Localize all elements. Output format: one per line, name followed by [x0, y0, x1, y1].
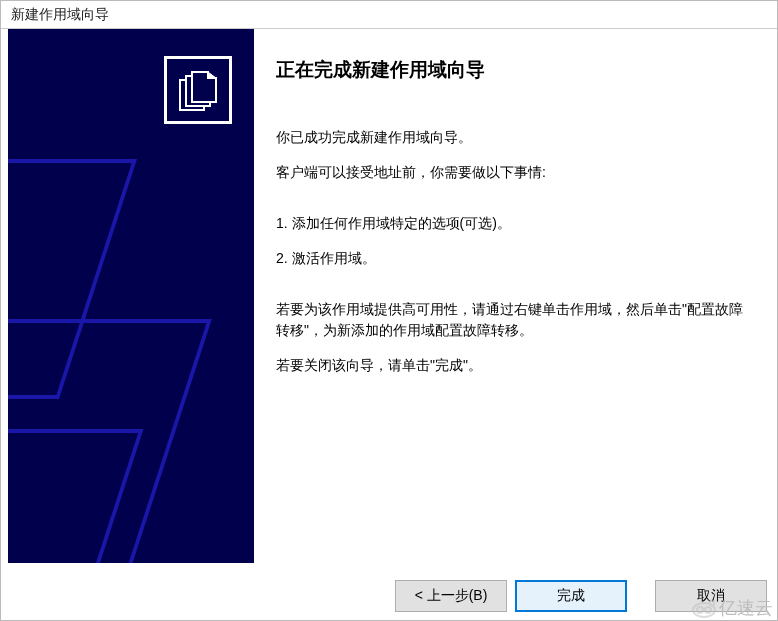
step-1-text: 1. 添加任何作用域特定的选项(可选)。	[276, 213, 745, 234]
scope-folders-icon	[164, 56, 232, 124]
back-button[interactable]: < 上一步(B)	[395, 580, 507, 612]
instruction-intro: 客户端可以接受地址前，你需要做以下事情:	[276, 162, 745, 183]
window-title: 新建作用域向导	[11, 6, 109, 22]
page-title: 正在完成新建作用域向导	[276, 57, 745, 83]
ha-instruction-text: 若要为该作用域提供高可用性，请通过右键单击作用域，然后单击"配置故障转移"，为新…	[276, 299, 745, 341]
decorative-shape	[8, 319, 212, 563]
content-area: 正在完成新建作用域向导 你已成功完成新建作用域向导。 客户端可以接受地址前，你需…	[1, 29, 777, 563]
cancel-button[interactable]: 取消	[655, 580, 767, 612]
main-pane: 正在完成新建作用域向导 你已成功完成新建作用域向导。 客户端可以接受地址前，你需…	[254, 29, 777, 563]
decorative-shape	[8, 429, 143, 563]
window-title-bar: 新建作用域向导	[1, 1, 777, 29]
wizard-side-banner	[8, 29, 254, 563]
step-2-text: 2. 激活作用域。	[276, 248, 745, 269]
finish-button[interactable]: 完成	[515, 580, 627, 612]
decorative-shape	[8, 159, 137, 399]
close-instruction-text: 若要关闭该向导，请单击"完成"。	[276, 355, 745, 376]
wizard-button-row: < 上一步(B) 完成 取消	[395, 580, 767, 612]
completion-text: 你已成功完成新建作用域向导。	[276, 127, 745, 148]
